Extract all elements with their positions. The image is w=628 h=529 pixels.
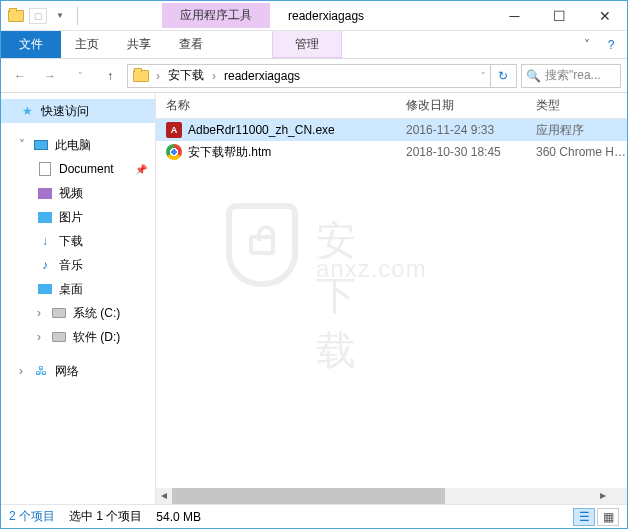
item-count: 2 个项目 (9, 508, 55, 525)
pictures-icon (37, 209, 53, 225)
icons-view-button[interactable]: ▦ (597, 508, 619, 526)
file-date-cell: 2016-11-24 9:33 (396, 123, 526, 137)
sidebar-item-label: 网络 (55, 363, 79, 380)
download-icon: ↓ (37, 233, 53, 249)
sidebar-item-pictures[interactable]: 图片 (1, 205, 155, 229)
sidebar-item-label: Document (59, 162, 114, 176)
column-header-date[interactable]: 修改日期 (396, 97, 526, 114)
column-header-name[interactable]: 名称 (156, 97, 396, 114)
expand-icon[interactable]: › (19, 364, 27, 378)
help-icon[interactable]: ? (601, 38, 621, 52)
file-name-cell: 安下载帮助.htm (156, 144, 396, 161)
scroll-right-icon[interactable]: ▸ (595, 488, 611, 504)
home-tab[interactable]: 主页 (61, 31, 113, 58)
breadcrumb-segment[interactable]: 安下载 (164, 67, 208, 84)
file-row[interactable]: 安下载帮助.htm 2018-10-30 18:45 360 Chrome HT… (156, 141, 627, 163)
sidebar-item-documents[interactable]: Document 📌 (1, 157, 155, 181)
sidebar-item-downloads[interactable]: ↓ 下载 (1, 229, 155, 253)
window-controls: ─ ☐ ✕ (492, 1, 627, 30)
navigation-bar: ← → ˅ ↑ › 安下载 › readerxiagags ˅ ↻ 🔍 搜索"r… (1, 59, 627, 93)
desktop-icon (37, 281, 53, 297)
status-bar: 2 个项目 选中 1 个项目 54.0 MB ☰ ▦ (1, 504, 627, 528)
sidebar-item-drive-d[interactable]: › 软件 (D:) (1, 325, 155, 349)
sidebar-item-music[interactable]: ♪ 音乐 (1, 253, 155, 277)
details-view-button[interactable]: ☰ (573, 508, 595, 526)
manage-tab[interactable]: 管理 (272, 31, 342, 58)
network-icon: 🖧 (33, 363, 49, 379)
expand-icon[interactable]: › (37, 330, 45, 344)
shield-icon (226, 203, 298, 287)
sidebar-item-videos[interactable]: 视频 (1, 181, 155, 205)
ribbon-right: ˅ ? (577, 31, 627, 58)
music-icon: ♪ (37, 257, 53, 273)
watermark: 安下载 anxz.com (226, 203, 298, 287)
chevron-right-icon[interactable]: › (208, 69, 220, 83)
file-tab[interactable]: 文件 (1, 31, 61, 58)
lock-icon (249, 235, 275, 255)
share-tab[interactable]: 共享 (113, 31, 165, 58)
document-icon (37, 161, 53, 177)
adobe-icon: A (166, 122, 182, 138)
file-type-cell: 360 Chrome HT... (526, 145, 627, 159)
sidebar-item-label: 软件 (D:) (73, 329, 120, 346)
qat-dropdown-icon[interactable]: ▼ (49, 5, 71, 27)
maximize-button[interactable]: ☐ (537, 1, 582, 30)
quick-access-toolbar: ▢ ▼ (1, 5, 82, 27)
file-name: AdbeRdr11000_zh_CN.exe (188, 123, 335, 137)
expand-icon[interactable]: › (37, 306, 45, 320)
scrollbar-thumb[interactable] (172, 488, 445, 504)
sidebar-item-label: 图片 (59, 209, 83, 226)
qat-item[interactable]: ▢ (29, 8, 47, 24)
file-date-cell: 2018-10-30 18:45 (396, 145, 526, 159)
expand-ribbon-icon[interactable]: ˅ (577, 38, 597, 52)
selection-size: 54.0 MB (156, 510, 201, 524)
sidebar-item-drive-c[interactable]: › 系统 (C:) (1, 301, 155, 325)
file-name: 安下载帮助.htm (188, 144, 271, 161)
sidebar-item-label: 音乐 (59, 257, 83, 274)
window-title: readerxiagags (288, 9, 492, 23)
refresh-icon[interactable]: ↻ (490, 65, 514, 87)
scroll-left-icon[interactable]: ◂ (156, 488, 172, 504)
folder-icon (132, 67, 150, 85)
view-tab[interactable]: 查看 (165, 31, 217, 58)
separator (77, 7, 78, 25)
scrollbar-corner (611, 488, 627, 504)
sidebar-item-label: 下载 (59, 233, 83, 250)
history-dropdown-icon[interactable]: ˅ (477, 71, 490, 81)
minimize-button[interactable]: ─ (492, 1, 537, 30)
navigation-pane: ★ 快速访问 ˅ 此电脑 Document 📌 视频 图片 ↓ 下载 ♪ 音乐 (1, 93, 156, 504)
watermark-url: anxz.com (316, 255, 427, 283)
pin-icon: 📌 (135, 164, 147, 175)
sidebar-item-label: 此电脑 (55, 137, 91, 154)
drive-icon (51, 305, 67, 321)
file-row[interactable]: A AdbeRdr11000_zh_CN.exe 2016-11-24 9:33… (156, 119, 627, 141)
close-button[interactable]: ✕ (582, 1, 627, 30)
contextual-tab-label: 应用程序工具 (162, 3, 270, 28)
address-bar[interactable]: › 安下载 › readerxiagags ˅ ↻ (127, 64, 517, 88)
search-input[interactable]: 🔍 搜索"rea... (521, 64, 621, 88)
recent-dropdown-icon[interactable]: ˅ (67, 63, 93, 89)
column-header-type[interactable]: 类型 (526, 97, 627, 114)
up-button[interactable]: ↑ (97, 63, 123, 89)
search-icon: 🔍 (526, 69, 541, 83)
collapse-icon[interactable]: ˅ (19, 138, 27, 152)
horizontal-scrollbar[interactable]: ◂ ▸ (156, 488, 611, 504)
sidebar-item-desktop[interactable]: 桌面 (1, 277, 155, 301)
chevron-right-icon[interactable]: › (152, 69, 164, 83)
back-button[interactable]: ← (7, 63, 33, 89)
explorer-body: ★ 快速访问 ˅ 此电脑 Document 📌 视频 图片 ↓ 下载 ♪ 音乐 (1, 93, 627, 504)
folder-icon (5, 5, 27, 27)
forward-button[interactable]: → (37, 63, 63, 89)
ribbon-tabs: 文件 主页 共享 查看 管理 ˅ ? (1, 31, 627, 59)
view-mode-switcher: ☰ ▦ (573, 508, 619, 526)
sidebar-item-network[interactable]: › 🖧 网络 (1, 359, 155, 383)
sidebar-item-label: 系统 (C:) (73, 305, 120, 322)
breadcrumb-segment[interactable]: readerxiagags (220, 69, 304, 83)
file-list-pane: 名称 修改日期 类型 A AdbeRdr11000_zh_CN.exe 2016… (156, 93, 627, 504)
sidebar-item-this-pc[interactable]: ˅ 此电脑 (1, 133, 155, 157)
search-placeholder: 搜索"rea... (545, 67, 601, 84)
sidebar-item-label: 快速访问 (41, 103, 89, 120)
sidebar-item-quick-access[interactable]: ★ 快速访问 (1, 99, 155, 123)
star-icon: ★ (19, 103, 35, 119)
file-type-cell: 应用程序 (526, 122, 627, 139)
